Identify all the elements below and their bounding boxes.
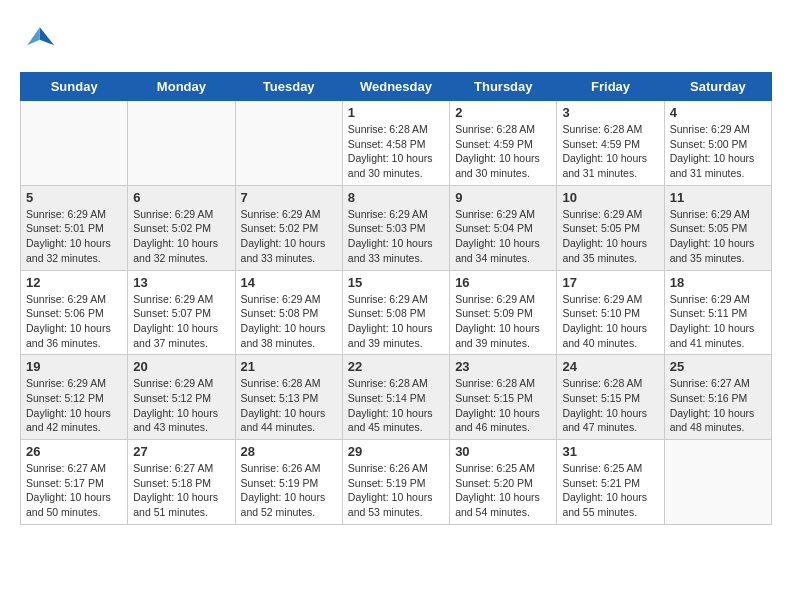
calendar-cell: 11Sunrise: 6:29 AM Sunset: 5:05 PM Dayli… bbox=[664, 185, 771, 270]
calendar-cell bbox=[21, 101, 128, 186]
day-number: 29 bbox=[348, 444, 444, 459]
day-info: Sunrise: 6:29 AM Sunset: 5:06 PM Dayligh… bbox=[26, 292, 122, 351]
day-number: 5 bbox=[26, 190, 122, 205]
day-number: 30 bbox=[455, 444, 551, 459]
logo bbox=[20, 20, 60, 56]
day-info: Sunrise: 6:26 AM Sunset: 5:19 PM Dayligh… bbox=[348, 461, 444, 520]
day-info: Sunrise: 6:29 AM Sunset: 5:01 PM Dayligh… bbox=[26, 207, 122, 266]
calendar-cell: 21Sunrise: 6:28 AM Sunset: 5:13 PM Dayli… bbox=[235, 355, 342, 440]
calendar-cell: 14Sunrise: 6:29 AM Sunset: 5:08 PM Dayli… bbox=[235, 270, 342, 355]
day-info: Sunrise: 6:29 AM Sunset: 5:05 PM Dayligh… bbox=[562, 207, 658, 266]
calendar-cell: 29Sunrise: 6:26 AM Sunset: 5:19 PM Dayli… bbox=[342, 440, 449, 525]
calendar-cell: 25Sunrise: 6:27 AM Sunset: 5:16 PM Dayli… bbox=[664, 355, 771, 440]
day-number: 19 bbox=[26, 359, 122, 374]
day-number: 4 bbox=[670, 105, 766, 120]
day-info: Sunrise: 6:27 AM Sunset: 5:16 PM Dayligh… bbox=[670, 376, 766, 435]
day-info: Sunrise: 6:28 AM Sunset: 5:14 PM Dayligh… bbox=[348, 376, 444, 435]
calendar-cell: 13Sunrise: 6:29 AM Sunset: 5:07 PM Dayli… bbox=[128, 270, 235, 355]
day-info: Sunrise: 6:26 AM Sunset: 5:19 PM Dayligh… bbox=[241, 461, 337, 520]
day-number: 13 bbox=[133, 275, 229, 290]
day-number: 31 bbox=[562, 444, 658, 459]
svg-marker-0 bbox=[40, 27, 54, 45]
day-info: Sunrise: 6:29 AM Sunset: 5:07 PM Dayligh… bbox=[133, 292, 229, 351]
day-number: 17 bbox=[562, 275, 658, 290]
calendar-cell: 12Sunrise: 6:29 AM Sunset: 5:06 PM Dayli… bbox=[21, 270, 128, 355]
calendar-cell: 15Sunrise: 6:29 AM Sunset: 5:08 PM Dayli… bbox=[342, 270, 449, 355]
weekday-header: Tuesday bbox=[235, 73, 342, 101]
day-number: 10 bbox=[562, 190, 658, 205]
day-info: Sunrise: 6:28 AM Sunset: 4:58 PM Dayligh… bbox=[348, 122, 444, 181]
day-info: Sunrise: 6:25 AM Sunset: 5:21 PM Dayligh… bbox=[562, 461, 658, 520]
day-number: 11 bbox=[670, 190, 766, 205]
calendar-cell: 26Sunrise: 6:27 AM Sunset: 5:17 PM Dayli… bbox=[21, 440, 128, 525]
day-number: 8 bbox=[348, 190, 444, 205]
calendar-cell: 23Sunrise: 6:28 AM Sunset: 5:15 PM Dayli… bbox=[450, 355, 557, 440]
calendar-cell: 6Sunrise: 6:29 AM Sunset: 5:02 PM Daylig… bbox=[128, 185, 235, 270]
calendar-cell: 30Sunrise: 6:25 AM Sunset: 5:20 PM Dayli… bbox=[450, 440, 557, 525]
day-number: 16 bbox=[455, 275, 551, 290]
day-info: Sunrise: 6:27 AM Sunset: 5:17 PM Dayligh… bbox=[26, 461, 122, 520]
day-info: Sunrise: 6:29 AM Sunset: 5:02 PM Dayligh… bbox=[241, 207, 337, 266]
calendar-cell: 31Sunrise: 6:25 AM Sunset: 5:21 PM Dayli… bbox=[557, 440, 664, 525]
calendar-cell: 8Sunrise: 6:29 AM Sunset: 5:03 PM Daylig… bbox=[342, 185, 449, 270]
day-info: Sunrise: 6:28 AM Sunset: 5:15 PM Dayligh… bbox=[455, 376, 551, 435]
day-info: Sunrise: 6:29 AM Sunset: 5:05 PM Dayligh… bbox=[670, 207, 766, 266]
calendar-cell: 17Sunrise: 6:29 AM Sunset: 5:10 PM Dayli… bbox=[557, 270, 664, 355]
day-info: Sunrise: 6:28 AM Sunset: 5:13 PM Dayligh… bbox=[241, 376, 337, 435]
calendar-cell bbox=[235, 101, 342, 186]
day-info: Sunrise: 6:29 AM Sunset: 5:12 PM Dayligh… bbox=[133, 376, 229, 435]
day-number: 14 bbox=[241, 275, 337, 290]
calendar-cell bbox=[128, 101, 235, 186]
weekday-header: Sunday bbox=[21, 73, 128, 101]
day-number: 6 bbox=[133, 190, 229, 205]
weekday-header: Saturday bbox=[664, 73, 771, 101]
weekday-header: Wednesday bbox=[342, 73, 449, 101]
day-info: Sunrise: 6:29 AM Sunset: 5:12 PM Dayligh… bbox=[26, 376, 122, 435]
calendar-cell: 4Sunrise: 6:29 AM Sunset: 5:00 PM Daylig… bbox=[664, 101, 771, 186]
weekday-header: Monday bbox=[128, 73, 235, 101]
calendar-cell: 1Sunrise: 6:28 AM Sunset: 4:58 PM Daylig… bbox=[342, 101, 449, 186]
calendar-week-row: 12Sunrise: 6:29 AM Sunset: 5:06 PM Dayli… bbox=[21, 270, 772, 355]
day-info: Sunrise: 6:28 AM Sunset: 4:59 PM Dayligh… bbox=[562, 122, 658, 181]
calendar-cell: 20Sunrise: 6:29 AM Sunset: 5:12 PM Dayli… bbox=[128, 355, 235, 440]
calendar-cell: 2Sunrise: 6:28 AM Sunset: 4:59 PM Daylig… bbox=[450, 101, 557, 186]
day-number: 3 bbox=[562, 105, 658, 120]
day-info: Sunrise: 6:25 AM Sunset: 5:20 PM Dayligh… bbox=[455, 461, 551, 520]
day-number: 22 bbox=[348, 359, 444, 374]
day-number: 1 bbox=[348, 105, 444, 120]
logo-icon bbox=[20, 20, 56, 56]
day-info: Sunrise: 6:29 AM Sunset: 5:02 PM Dayligh… bbox=[133, 207, 229, 266]
day-info: Sunrise: 6:28 AM Sunset: 5:15 PM Dayligh… bbox=[562, 376, 658, 435]
calendar-cell: 5Sunrise: 6:29 AM Sunset: 5:01 PM Daylig… bbox=[21, 185, 128, 270]
day-number: 23 bbox=[455, 359, 551, 374]
day-number: 28 bbox=[241, 444, 337, 459]
calendar-cell: 24Sunrise: 6:28 AM Sunset: 5:15 PM Dayli… bbox=[557, 355, 664, 440]
svg-marker-1 bbox=[27, 27, 40, 45]
weekday-header-row: SundayMondayTuesdayWednesdayThursdayFrid… bbox=[21, 73, 772, 101]
calendar-cell: 3Sunrise: 6:28 AM Sunset: 4:59 PM Daylig… bbox=[557, 101, 664, 186]
calendar-week-row: 5Sunrise: 6:29 AM Sunset: 5:01 PM Daylig… bbox=[21, 185, 772, 270]
day-number: 9 bbox=[455, 190, 551, 205]
weekday-header: Friday bbox=[557, 73, 664, 101]
day-info: Sunrise: 6:29 AM Sunset: 5:03 PM Dayligh… bbox=[348, 207, 444, 266]
calendar-week-row: 19Sunrise: 6:29 AM Sunset: 5:12 PM Dayli… bbox=[21, 355, 772, 440]
day-number: 7 bbox=[241, 190, 337, 205]
day-info: Sunrise: 6:28 AM Sunset: 4:59 PM Dayligh… bbox=[455, 122, 551, 181]
day-number: 15 bbox=[348, 275, 444, 290]
day-info: Sunrise: 6:27 AM Sunset: 5:18 PM Dayligh… bbox=[133, 461, 229, 520]
day-number: 24 bbox=[562, 359, 658, 374]
day-info: Sunrise: 6:29 AM Sunset: 5:00 PM Dayligh… bbox=[670, 122, 766, 181]
day-number: 2 bbox=[455, 105, 551, 120]
day-number: 21 bbox=[241, 359, 337, 374]
calendar-cell: 7Sunrise: 6:29 AM Sunset: 5:02 PM Daylig… bbox=[235, 185, 342, 270]
day-info: Sunrise: 6:29 AM Sunset: 5:10 PM Dayligh… bbox=[562, 292, 658, 351]
calendar-week-row: 1Sunrise: 6:28 AM Sunset: 4:58 PM Daylig… bbox=[21, 101, 772, 186]
calendar-cell: 9Sunrise: 6:29 AM Sunset: 5:04 PM Daylig… bbox=[450, 185, 557, 270]
calendar-cell: 22Sunrise: 6:28 AM Sunset: 5:14 PM Dayli… bbox=[342, 355, 449, 440]
calendar-cell bbox=[664, 440, 771, 525]
day-number: 27 bbox=[133, 444, 229, 459]
calendar-cell: 18Sunrise: 6:29 AM Sunset: 5:11 PM Dayli… bbox=[664, 270, 771, 355]
day-number: 26 bbox=[26, 444, 122, 459]
day-info: Sunrise: 6:29 AM Sunset: 5:08 PM Dayligh… bbox=[348, 292, 444, 351]
day-info: Sunrise: 6:29 AM Sunset: 5:09 PM Dayligh… bbox=[455, 292, 551, 351]
